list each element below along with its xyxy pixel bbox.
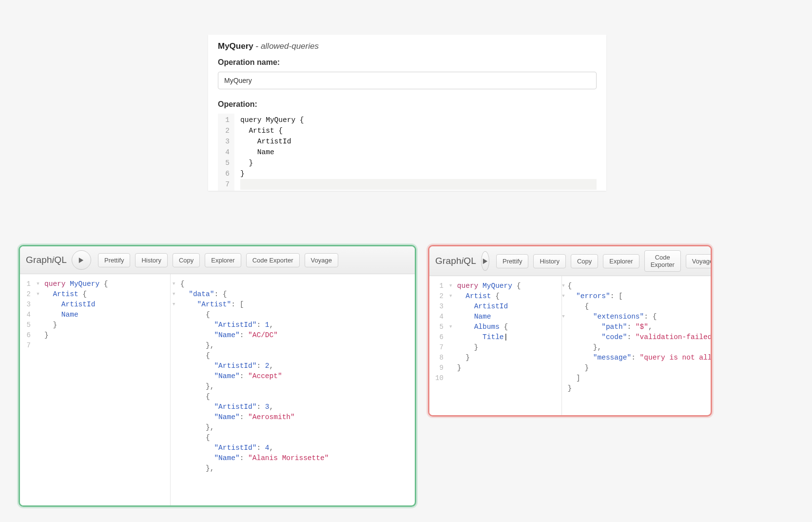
allowed-query-panel: MyQuery - allowed-queries Operation name… xyxy=(208,35,606,191)
graphiql-panel-success: GraphiQL Prettify History Copy Explorer … xyxy=(19,245,416,507)
graphiql-toolbar: GraphiQL Prettify History Copy Explorer … xyxy=(20,246,415,274)
play-icon xyxy=(77,257,85,264)
query-name: MyQuery xyxy=(218,41,253,51)
history-button[interactable]: History xyxy=(533,254,565,268)
history-button[interactable]: History xyxy=(135,253,167,267)
allowed-query-title: MyQuery - allowed-queries xyxy=(218,41,597,51)
collection-name: allowed-queries xyxy=(261,41,319,51)
code-exporter-button[interactable]: Code Exporter xyxy=(246,253,300,267)
graphiql-panel-error: GraphiQL Prettify History Copy Explorer … xyxy=(428,245,712,417)
code-exporter-button[interactable]: Code Exporter xyxy=(644,250,681,272)
prettify-button[interactable]: Prettify xyxy=(496,254,528,268)
operation-label: Operation: xyxy=(218,100,597,109)
result-viewer: ▼▼▼{ "data": { "Artist": [ { "ArtistId":… xyxy=(171,274,415,505)
operation-code-editor[interactable]: 1234567query MyQuery { Artist { ArtistId… xyxy=(218,114,597,191)
play-icon xyxy=(482,258,489,265)
operation-name-input[interactable] xyxy=(218,72,597,89)
query-editor[interactable]: 12345678910▼▼▼query MyQuery { Artist { A… xyxy=(429,276,561,415)
graphiql-toolbar: GraphiQL Prettify History Copy Explorer … xyxy=(429,246,711,276)
prettify-button[interactable]: Prettify xyxy=(98,253,130,267)
copy-button[interactable]: Copy xyxy=(571,254,598,268)
query-editor[interactable]: 1234567▼▼query MyQuery { Artist { Artist… xyxy=(20,274,170,505)
execute-button[interactable] xyxy=(481,251,489,271)
explorer-button[interactable]: Explorer xyxy=(603,254,639,268)
copy-button[interactable]: Copy xyxy=(173,253,200,267)
execute-button[interactable] xyxy=(72,250,91,270)
graphiql-logo: GraphiQL xyxy=(435,256,476,266)
result-viewer: ▼▼▼{ "errors": [ { "extensions": { "path… xyxy=(562,276,711,415)
explorer-button[interactable]: Explorer xyxy=(205,253,241,267)
voyager-button[interactable]: Voyage xyxy=(305,253,338,267)
voyager-button[interactable]: Voyage xyxy=(686,254,712,268)
graphiql-logo: GraphiQL xyxy=(26,255,67,265)
operation-name-label: Operation name: xyxy=(218,58,597,67)
